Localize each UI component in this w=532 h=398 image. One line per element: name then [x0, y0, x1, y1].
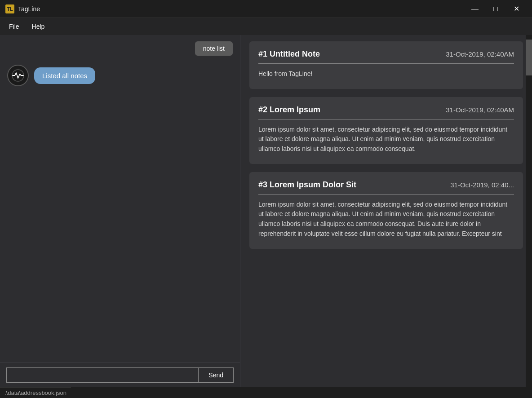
- chat-bubble: Listed all notes: [34, 67, 95, 84]
- note-card-3[interactable]: #3 Lorem Ipsum Dolor Sit 31-Oct-2019, 02…: [249, 172, 523, 249]
- menu-help[interactable]: Help: [27, 20, 50, 33]
- chat-input[interactable]: [6, 367, 198, 383]
- send-button[interactable]: Send: [198, 367, 234, 383]
- close-button[interactable]: ✕: [506, 2, 527, 16]
- left-panel-bottom: Send: [0, 363, 240, 387]
- avatar: [7, 65, 29, 86]
- note-card-2-title: #2 Lorem Ipsum: [258, 105, 320, 115]
- menu-bar: File Help: [0, 18, 532, 35]
- note-list-button[interactable]: note list: [195, 41, 233, 56]
- window-controls: — □ ✕: [465, 2, 527, 16]
- title-bar: TL TagLine — □ ✕: [0, 0, 532, 18]
- pulse-icon: [12, 69, 24, 82]
- note-card-3-body: Lorem ipsum dolor sit amet, consectetur …: [258, 200, 514, 239]
- chat-area: Listed all notes: [0, 60, 240, 363]
- app-icon: TL: [5, 4, 14, 13]
- scrollbar[interactable]: [526, 35, 532, 387]
- menu-file[interactable]: File: [4, 20, 25, 33]
- bottom-row: .\data\addressbook.json: [0, 387, 532, 398]
- note-card-2-header: #2 Lorem Ipsum 31-Oct-2019, 02:40AM: [258, 105, 514, 115]
- note-card-1-divider: [258, 63, 514, 64]
- note-card-1-body: Hello from TagLine!: [258, 69, 514, 79]
- main-content: note list Listed all notes Send: [0, 35, 532, 387]
- note-card-2-date: 31-Oct-2019, 02:40AM: [446, 106, 514, 114]
- note-card-2[interactable]: #2 Lorem Ipsum 31-Oct-2019, 02:40AM Lore…: [249, 97, 523, 164]
- note-card-1-title: #1 Untitled Note: [258, 49, 320, 59]
- note-card-3-divider: [258, 194, 514, 195]
- note-card-3-date: 31-Oct-2019, 02:40...: [450, 181, 514, 189]
- app-icon-symbol: TL: [7, 6, 13, 12]
- chat-message-row: Listed all notes: [7, 65, 233, 86]
- note-card-3-header: #3 Lorem Ipsum Dolor Sit 31-Oct-2019, 02…: [258, 180, 514, 190]
- app-title: TagLine: [18, 5, 40, 13]
- note-card-1[interactable]: #1 Untitled Note 31-Oct-2019, 02:40AM He…: [249, 41, 523, 89]
- minimize-button[interactable]: —: [465, 2, 485, 16]
- status-path: .\data\addressbook.json: [4, 389, 66, 396]
- note-card-1-date: 31-Oct-2019, 02:40AM: [446, 50, 514, 58]
- notes-list: #1 Untitled Note 31-Oct-2019, 02:40AM He…: [240, 35, 532, 387]
- note-card-3-title: #3 Lorem Ipsum Dolor Sit: [258, 180, 356, 190]
- right-panel: #1 Untitled Note 31-Oct-2019, 02:40AM He…: [240, 35, 532, 387]
- maximize-button[interactable]: □: [485, 2, 506, 16]
- note-card-1-header: #1 Untitled Note 31-Oct-2019, 02:40AM: [258, 49, 514, 59]
- note-list-btn-area: note list: [0, 35, 240, 60]
- scrollbar-thumb[interactable]: [526, 40, 532, 75]
- note-card-2-divider: [258, 119, 514, 119]
- note-card-2-body: Lorem ipsum dolor sit amet, consectetur …: [258, 125, 514, 154]
- title-bar-left: TL TagLine: [5, 4, 40, 13]
- left-panel: note list Listed all notes Send: [0, 35, 240, 387]
- status-bar: .\data\addressbook.json: [0, 387, 71, 398]
